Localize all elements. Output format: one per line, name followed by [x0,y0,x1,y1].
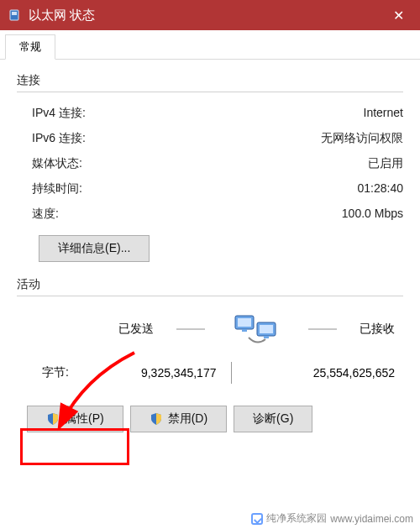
row-duration: 持续时间: 01:28:40 [17,176,403,202]
titlebar: 以太网 状态 ✕ [0,0,420,30]
activity-section-title: 活动 [17,277,403,292]
properties-button[interactable]: 属性(P) [27,406,123,432]
divider [17,296,403,296]
bytes-label: 字节: [42,365,69,380]
divider [231,362,232,384]
bottom-button-row: 属性(P) 禁用(D) 诊断(G) [27,406,403,432]
ethernet-icon [7,8,22,23]
svg-rect-7 [264,336,269,338]
connection-section-title: 连接 [17,73,403,88]
details-button[interactable]: 详细信息(E)... [39,235,150,262]
svg-rect-3 [238,318,251,327]
disable-button-label: 禁用(D) [168,411,207,427]
ipv6-value: 无网络访问权限 [321,131,403,146]
row-speed: 速度: 100.0 Mbps [17,202,403,227]
row-ipv6: IPv6 连接: 无网络访问权限 [17,126,403,151]
disable-button[interactable]: 禁用(D) [130,406,227,432]
watermark-icon [251,513,263,525]
speed-value: 100.0 Mbps [342,207,403,222]
tab-general[interactable]: 常规 [5,34,55,60]
row-ipv4: IPv4 连接: Internet [17,101,403,126]
duration-value: 01:28:40 [358,181,404,196]
window-title: 以太网 状态 [29,8,380,24]
divider [308,328,337,330]
media-label: 媒体状态: [32,156,82,171]
ipv4-value: Internet [364,106,403,121]
divider [17,92,403,92]
close-icon: ✕ [393,8,404,24]
sent-bytes-value: 9,325,345,177 [69,366,217,380]
bytes-row: 字节: 9,325,345,177 25,554,625,652 [17,354,403,392]
watermark: 纯净系统家园 www.yidaimei.com [251,511,413,526]
sent-label: 已发送 [118,322,154,337]
received-label: 已接收 [360,322,395,337]
speed-label: 速度: [32,207,59,222]
properties-button-label: 属性(P) [65,411,104,427]
activity-header-row: 已发送 已接收 [17,305,403,354]
duration-label: 持续时间: [32,181,82,196]
shield-icon [150,412,163,426]
received-bytes-value: 25,554,625,652 [247,366,395,380]
details-row: 详细信息(E)... [39,235,403,262]
row-media: 媒体状态: 已启用 [17,151,403,176]
watermark-url: www.yidaimei.com [330,513,413,525]
shield-icon [46,412,60,426]
close-button[interactable]: ✕ [380,0,417,30]
diagnose-button-label: 诊断(G) [253,411,293,427]
svg-rect-1 [12,12,17,15]
svg-rect-4 [242,329,247,332]
svg-rect-6 [260,325,273,333]
ipv4-label: IPv4 连接: [32,106,86,121]
media-value: 已启用 [368,156,403,171]
ipv6-label: IPv6 连接: [32,131,86,146]
watermark-text: 纯净系统家园 [266,511,327,526]
tab-row: 常规 [0,30,420,60]
network-activity-icon [228,308,286,350]
divider [176,328,205,330]
diagnose-button[interactable]: 诊断(G) [234,406,312,432]
dialog-content: 连接 IPv4 连接: Internet IPv6 连接: 无网络访问权限 媒体… [0,60,420,443]
